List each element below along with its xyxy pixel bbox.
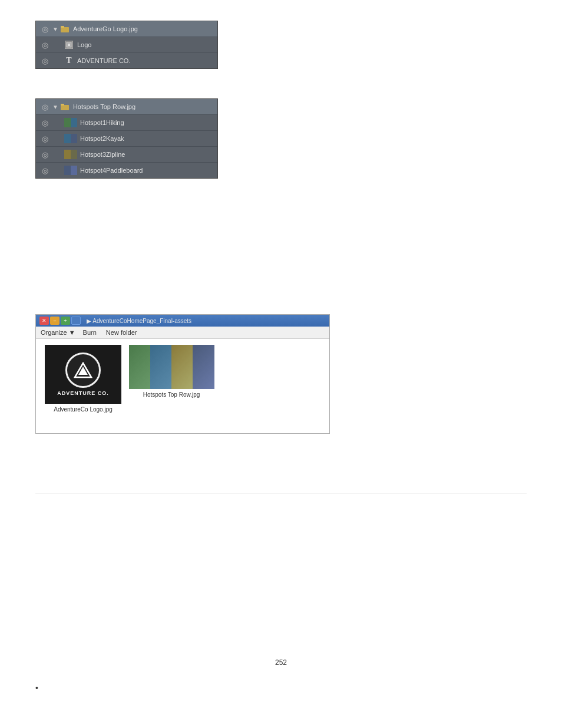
visibility-icon[interactable]: ◎ <box>39 165 50 176</box>
visibility-icon[interactable]: ◎ <box>39 149 50 160</box>
page-number: 252 <box>0 658 562 667</box>
folder-icon <box>60 24 70 34</box>
close-button[interactable]: ✕ <box>39 317 49 325</box>
new-folder-button[interactable]: New folder <box>104 328 139 337</box>
layer-row-hotspot1[interactable]: ◎ Hotspot1Hiking <box>36 115 217 131</box>
minimize-button[interactable]: − <box>50 317 59 325</box>
layer-name: Hotspot4Paddleboard <box>80 167 143 174</box>
svg-rect-4 <box>61 105 69 110</box>
svg-rect-5 <box>61 104 64 106</box>
visibility-icon[interactable]: ◎ <box>39 55 50 66</box>
file-name-logo: AdventureCo Logo.jpg <box>54 406 113 413</box>
svg-rect-3 <box>68 44 70 46</box>
file-content-area: ADVENTURE CO. AdventureCo Logo.jpg Hotsp… <box>36 339 329 433</box>
file-item-logo[interactable]: ADVENTURE CO. AdventureCo Logo.jpg <box>45 345 121 427</box>
visibility-icon[interactable]: ◎ <box>39 101 50 112</box>
visibility-icon[interactable]: ◎ <box>39 133 50 144</box>
path-text: ▶ AdventureCoHomePage_Final-assets <box>87 318 191 324</box>
layer-name: Hotspot3Zipline <box>80 151 125 158</box>
layer-thumbnail <box>64 150 77 159</box>
svg-rect-1 <box>61 26 64 28</box>
logo-text: ADVENTURE CO. <box>57 390 109 396</box>
layer-name: Hotspots Top Row.jpg <box>73 103 135 110</box>
layer-row-hotspot2[interactable]: ◎ Hotspot2Kayak <box>36 131 217 147</box>
layer-row-logo[interactable]: ◎ Logo <box>36 37 217 53</box>
smart-object-icon <box>64 40 74 50</box>
logo-circle <box>65 353 101 388</box>
layers-panel-2: ◎ ▼ Hotspots Top Row.jpg ◎ Hotspot1Hikin… <box>35 98 218 179</box>
layer-row-hotspot4[interactable]: ◎ Hotspot4Paddleboard <box>36 163 217 178</box>
visibility-icon[interactable]: ◎ <box>39 24 50 34</box>
visibility-icon[interactable]: ◎ <box>39 117 50 128</box>
maximize-button[interactable]: + <box>61 317 70 325</box>
layer-name: Hotspot2Kayak <box>80 135 124 142</box>
layer-row-text[interactable]: ◎ T ADVENTURE CO. <box>36 53 217 68</box>
breadcrumb-path: ▶ AdventureCoHomePage_Final-assets <box>87 318 191 324</box>
layer-row-hotspot3[interactable]: ◎ Hotspot3Zipline <box>36 147 217 163</box>
window-controls[interactable]: ✕ − + <box>39 317 81 325</box>
section-divider <box>35 493 527 493</box>
bullet-point: • <box>35 683 38 693</box>
organize-label[interactable]: Organize ▼ <box>41 329 75 336</box>
file-name-hotspots: Hotspots Top Row.jpg <box>143 391 200 398</box>
layer-thumbnail <box>64 134 77 143</box>
burn-button[interactable]: Burn <box>81 328 98 337</box>
layers-panel-1: ◎ ▼ AdventureGo Logo.jpg ◎ <box>35 21 218 69</box>
svg-rect-0 <box>61 27 69 32</box>
extra-button[interactable] <box>71 317 81 325</box>
hotspots-thumbnail <box>129 345 214 389</box>
layer-thumbnail <box>64 166 77 175</box>
titlebar: ✕ − + ▶ AdventureCoHomePage_Final-assets <box>36 315 329 327</box>
file-browser-window: ✕ − + ▶ AdventureCoHomePage_Final-assets… <box>35 314 330 434</box>
folder-icon <box>60 102 70 111</box>
layer-name: Hotspot1Hiking <box>80 119 124 126</box>
layer-row-header-1[interactable]: ◎ ▼ AdventureGo Logo.jpg <box>36 21 217 37</box>
organize-dropdown[interactable]: Organize ▼ <box>41 329 75 336</box>
layer-name: AdventureGo Logo.jpg <box>73 25 138 32</box>
logo-thumbnail: ADVENTURE CO. <box>45 345 121 404</box>
layer-row-header-2[interactable]: ◎ ▼ Hotspots Top Row.jpg <box>36 99 217 115</box>
layer-name: ADVENTURE CO. <box>77 57 130 64</box>
layer-thumbnail <box>64 118 77 127</box>
text-layer-icon: T <box>64 56 74 65</box>
visibility-icon[interactable]: ◎ <box>39 39 50 50</box>
layer-name: Logo <box>77 41 91 48</box>
expand-arrow[interactable]: ▼ <box>52 26 58 32</box>
toolbar: Organize ▼ Burn New folder <box>36 327 329 339</box>
expand-arrow[interactable]: ▼ <box>52 104 58 110</box>
file-item-hotspots[interactable]: Hotspots Top Row.jpg <box>133 345 210 427</box>
